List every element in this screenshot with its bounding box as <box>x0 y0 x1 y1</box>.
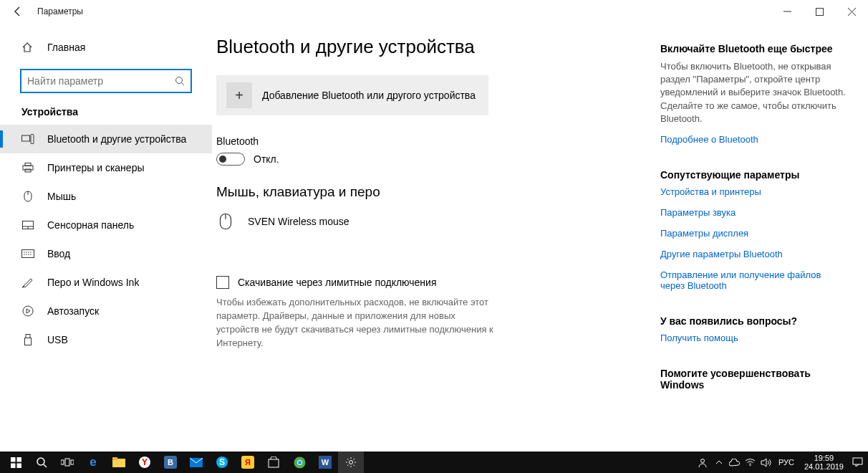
file-explorer-icon[interactable] <box>106 452 132 473</box>
svg-rect-34 <box>112 457 117 460</box>
svg-point-52 <box>750 465 751 467</box>
nav-label: Автозапуск <box>47 305 99 317</box>
nav-label: Bluetooth и другие устройства <box>47 133 186 145</box>
link-bt-files[interactable]: Отправление или получение файлов через B… <box>660 269 847 291</box>
mail-icon[interactable] <box>183 452 209 473</box>
tip-text: Чтобы включить Bluetooth, не открывая ра… <box>660 60 847 125</box>
maximize-button[interactable] <box>804 0 836 23</box>
window-title: Параметры <box>37 6 83 16</box>
search-icon <box>175 76 185 86</box>
svg-rect-7 <box>31 135 34 144</box>
svg-text:W: W <box>322 458 329 467</box>
pen-icon <box>21 277 34 288</box>
time: 19:59 <box>804 454 844 462</box>
nav-typing[interactable]: Ввод <box>0 239 212 268</box>
nav-label: Перо и Windows Ink <box>47 277 139 288</box>
clock[interactable]: 19:59 24.01.2019 <box>799 454 849 471</box>
back-button[interactable] <box>7 1 29 22</box>
svg-point-19 <box>23 306 33 316</box>
search-taskbar-icon[interactable] <box>29 452 54 473</box>
tray-chevron-up-icon[interactable] <box>711 452 727 473</box>
svg-rect-21 <box>25 338 32 345</box>
questions-heading: У вас появились вопросы? <box>660 315 847 327</box>
nav-autoplay[interactable]: Автозапуск <box>0 297 212 325</box>
date: 24.01.2019 <box>804 462 844 471</box>
svg-point-4 <box>176 77 183 84</box>
task-view-icon[interactable] <box>54 452 80 473</box>
add-device-button[interactable]: + Добавление Bluetooth или другого устро… <box>216 75 488 115</box>
mouse-icon <box>21 191 34 202</box>
yandex-browser-icon[interactable]: Я <box>235 452 261 473</box>
svg-text:Я: Я <box>245 458 251 467</box>
action-center-icon[interactable] <box>849 452 865 473</box>
svg-rect-24 <box>11 457 16 462</box>
vk-icon[interactable]: B <box>158 452 183 473</box>
home-label: Главная <box>47 42 85 53</box>
mouse-device-icon <box>219 213 239 230</box>
svg-line-29 <box>44 464 47 467</box>
volume-icon[interactable] <box>758 452 774 473</box>
store-icon[interactable] <box>261 452 286 473</box>
metered-description: Чтобы избежать дополнительных расходов, … <box>216 296 496 350</box>
home-icon <box>21 42 34 53</box>
taskbar: e Y B S Я W РУС 19:59 24.01.2019 <box>0 452 868 473</box>
svg-text:Y: Y <box>142 457 148 467</box>
link-devices-printers[interactable]: Устройства и принтеры <box>660 186 847 197</box>
improve-heading: Помогите усовершенствовать Windows <box>660 368 847 391</box>
edge-icon[interactable]: e <box>80 452 106 473</box>
svg-line-5 <box>182 83 185 86</box>
nav-mouse[interactable]: Мышь <box>0 182 212 211</box>
nav-bluetooth[interactable]: Bluetooth и другие устройства <box>0 125 212 153</box>
svg-rect-27 <box>16 463 21 468</box>
metered-checkbox[interactable] <box>216 276 229 289</box>
language-indicator[interactable]: РУС <box>774 458 799 467</box>
minimize-button[interactable] <box>771 0 804 23</box>
yandex-icon[interactable]: Y <box>132 452 158 473</box>
start-button[interactable] <box>3 452 29 473</box>
plus-icon: + <box>226 82 252 108</box>
bluetooth-toggle[interactable] <box>216 153 245 166</box>
link-bt-other[interactable]: Другие параметры Bluetooth <box>660 249 847 259</box>
svg-rect-16 <box>22 250 34 258</box>
onedrive-icon[interactable] <box>727 452 743 473</box>
svg-rect-6 <box>22 135 30 141</box>
wifi-icon[interactable] <box>743 452 758 473</box>
bluetooth-state: Откл. <box>254 153 279 165</box>
word-icon[interactable]: W <box>312 452 338 473</box>
home-link[interactable]: Главная <box>0 36 212 59</box>
nav-touchpad[interactable]: Сенсорная панель <box>0 211 212 239</box>
device-item[interactable]: SVEN Wireless mouse <box>216 210 660 247</box>
add-device-label: Добавление Bluetooth или другого устройс… <box>262 90 476 101</box>
link-more-bluetooth[interactable]: Подробнее о Bluetooth <box>660 134 847 145</box>
svg-rect-1 <box>816 8 824 15</box>
svg-rect-53 <box>853 458 862 464</box>
sidebar: Главная Устройства Bluetooth и другие ус… <box>0 23 212 452</box>
skype-icon[interactable]: S <box>209 452 235 473</box>
svg-text:S: S <box>219 457 225 467</box>
chrome-icon[interactable] <box>286 452 312 473</box>
svg-rect-30 <box>61 460 64 464</box>
svg-point-51 <box>701 459 705 462</box>
nav-label: Ввод <box>47 248 70 259</box>
nav-pen[interactable]: Перо и Windows Ink <box>0 268 212 297</box>
search-input[interactable] <box>27 75 175 87</box>
mouse-keyboard-heading: Мышь, клавиатура и перо <box>216 184 660 200</box>
nav-printers[interactable]: Принтеры и сканеры <box>0 153 212 182</box>
svg-text:B: B <box>168 458 173 467</box>
nav-label: Сенсорная панель <box>47 219 134 231</box>
people-icon[interactable] <box>695 452 711 473</box>
settings-taskbar-icon[interactable] <box>338 452 364 473</box>
category-heading: Устройства <box>0 106 212 125</box>
metered-label: Скачивание через лимитные подключения <box>238 277 436 288</box>
svg-point-50 <box>349 461 353 464</box>
search-box[interactable] <box>20 69 192 93</box>
svg-rect-20 <box>26 335 30 338</box>
link-sound[interactable]: Параметры звука <box>660 207 847 218</box>
page-title: Bluetooth и другие устройства <box>216 36 660 58</box>
close-button[interactable] <box>836 0 868 23</box>
nav-usb[interactable]: USB <box>0 325 212 354</box>
svg-rect-26 <box>11 463 16 468</box>
link-get-help[interactable]: Получить помощь <box>660 333 847 343</box>
link-display[interactable]: Параметры дисплея <box>660 228 847 239</box>
system-tray: РУС 19:59 24.01.2019 <box>695 452 865 473</box>
